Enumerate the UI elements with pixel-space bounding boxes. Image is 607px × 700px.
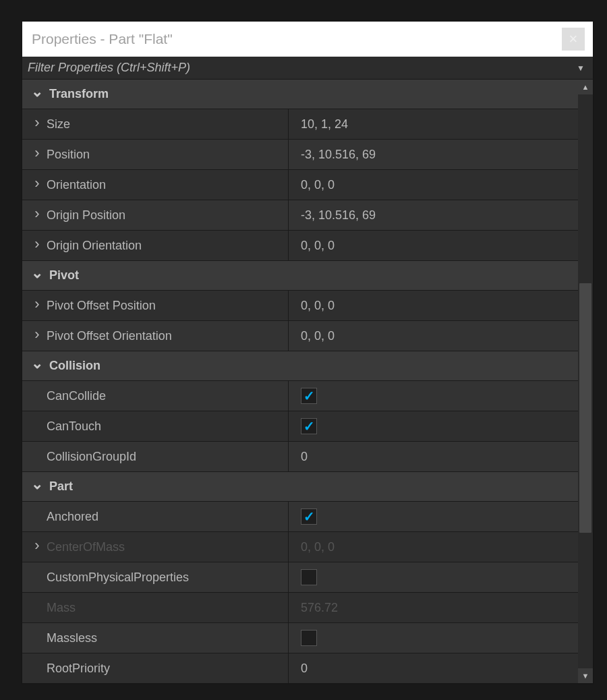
- property-value-cell[interactable]: -3, 10.516, 69: [289, 200, 578, 230]
- filter-bar: ▼: [22, 57, 593, 80]
- property-row-anchored[interactable]: Anchored: [22, 502, 578, 532]
- property-value-cell[interactable]: 0, 0, 0: [289, 170, 578, 200]
- section-collision[interactable]: ⌄Collision: [22, 351, 578, 381]
- scroll-thumb[interactable]: [579, 283, 591, 533]
- property-value: 0, 0, 0: [301, 178, 335, 192]
- section-part[interactable]: ⌄Part: [22, 472, 578, 502]
- chevron-down-icon[interactable]: ⌄: [28, 264, 47, 282]
- property-value-cell[interactable]: [289, 411, 578, 441]
- property-row-orientation[interactable]: ›Orientation0, 0, 0: [22, 170, 578, 200]
- chevron-right-icon[interactable]: ›: [28, 537, 47, 554]
- property-row-massless[interactable]: Massless: [22, 623, 578, 653]
- chevron-right-icon[interactable]: ›: [28, 114, 47, 132]
- properties-panel: Properties - Part "Flat" × ▼ ⌄Transform›…: [21, 20, 594, 684]
- panel-header: Properties - Part "Flat" ×: [22, 22, 593, 57]
- section-transform[interactable]: ⌄Transform: [22, 80, 578, 109]
- property-value-cell[interactable]: 0, 0, 0: [289, 321, 578, 351]
- chevron-down-icon[interactable]: ⌄: [28, 355, 47, 372]
- property-value: 0, 0, 0: [301, 329, 335, 343]
- section-pivot[interactable]: ⌄Pivot: [22, 261, 578, 291]
- property-row-origin_position[interactable]: ›Origin Position-3, 10.516, 69: [22, 200, 578, 231]
- property-label: Position: [47, 148, 90, 162]
- property-value-cell[interactable]: 0: [289, 653, 578, 683]
- property-row-pivot_offset_position[interactable]: ›Pivot Offset Position0, 0, 0: [22, 291, 578, 321]
- property-row-origin_orientation[interactable]: ›Origin Orientation0, 0, 0: [22, 231, 578, 261]
- property-row-pivot_offset_orientation[interactable]: ›Pivot Offset Orientation0, 0, 0: [22, 321, 578, 351]
- chevron-right-icon[interactable]: ›: [28, 235, 47, 253]
- scroll-up-button[interactable]: ▲: [578, 80, 593, 94]
- property-label: Origin Position: [47, 208, 125, 223]
- checkbox-cantouch[interactable]: [301, 418, 317, 434]
- property-row-cantouch[interactable]: CanTouch: [22, 411, 578, 442]
- chevron-right-icon[interactable]: ›: [28, 295, 47, 313]
- chevron-right-icon[interactable]: ›: [28, 175, 47, 192]
- property-value-cell[interactable]: 10, 1, 24: [289, 109, 578, 139]
- chevron-up-icon: ▲: [582, 83, 589, 91]
- close-icon: ×: [569, 30, 578, 48]
- property-label: Pivot Offset Orientation: [47, 329, 172, 343]
- property-value-cell[interactable]: [289, 562, 578, 592]
- property-row-rootpriority[interactable]: RootPriority0: [22, 653, 578, 683]
- checkbox-customphysical[interactable]: [301, 569, 317, 585]
- chevron-down-icon[interactable]: ⌄: [28, 83, 47, 100]
- vertical-scrollbar: ▲ ▼: [578, 80, 593, 683]
- filter-dropdown-button[interactable]: ▼: [573, 63, 589, 73]
- property-value-cell: 576.72: [289, 593, 578, 622]
- property-value: 576.72: [301, 601, 338, 615]
- property-label: RootPriority: [47, 662, 110, 676]
- chevron-down-icon: ▼: [577, 63, 585, 73]
- property-row-mass[interactable]: Mass576.72: [22, 593, 578, 623]
- property-label: CollisionGroupId: [47, 450, 136, 464]
- properties-grid: ⌄Transform›Size10, 1, 24›Position-3, 10.…: [22, 80, 593, 683]
- property-label: Massless: [47, 631, 97, 645]
- scroll-down-button[interactable]: ▼: [578, 668, 593, 683]
- property-value-cell: 0, 0, 0: [289, 532, 578, 562]
- property-value-cell[interactable]: [289, 502, 578, 531]
- property-row-collisiongroupid[interactable]: CollisionGroupId0: [22, 442, 578, 472]
- property-label: CanTouch: [47, 419, 101, 434]
- checkbox-anchored[interactable]: [301, 508, 317, 525]
- property-label: Size: [47, 117, 70, 132]
- section-label: Collision: [49, 359, 100, 373]
- property-row-size[interactable]: ›Size10, 1, 24: [22, 109, 578, 140]
- property-label: CenterOfMass: [47, 540, 125, 554]
- property-label: CanCollide: [47, 389, 106, 403]
- property-value: 10, 1, 24: [301, 117, 348, 132]
- section-label: Pivot: [49, 268, 79, 283]
- chevron-right-icon[interactable]: ›: [28, 326, 47, 343]
- property-label: Anchored: [47, 510, 98, 524]
- property-value: -3, 10.516, 69: [301, 208, 376, 223]
- property-value-cell[interactable]: 0: [289, 442, 578, 471]
- property-value: 0, 0, 0: [301, 540, 335, 554]
- property-value-cell[interactable]: 0, 0, 0: [289, 291, 578, 320]
- chevron-down-icon: ▼: [582, 672, 589, 680]
- property-row-customphysical[interactable]: CustomPhysicalProperties: [22, 562, 578, 593]
- close-button[interactable]: ×: [562, 28, 585, 51]
- property-row-position[interactable]: ›Position-3, 10.516, 69: [22, 140, 578, 170]
- chevron-down-icon[interactable]: ⌄: [28, 475, 47, 493]
- section-label: Part: [49, 479, 73, 494]
- property-label: Origin Orientation: [47, 239, 142, 253]
- checkbox-massless[interactable]: [301, 630, 317, 646]
- property-label: Pivot Offset Position: [47, 299, 156, 313]
- panel-title: Properties - Part "Flat": [32, 31, 562, 47]
- property-value: 0, 0, 0: [301, 239, 335, 253]
- property-label: Mass: [47, 601, 76, 615]
- property-value-cell[interactable]: 0, 0, 0: [289, 231, 578, 260]
- chevron-right-icon[interactable]: ›: [28, 144, 47, 162]
- property-value: 0: [301, 662, 308, 676]
- property-row-centerofmass[interactable]: ›CenterOfMass0, 0, 0: [22, 532, 578, 562]
- chevron-right-icon[interactable]: ›: [28, 205, 47, 223]
- property-value: 0: [301, 450, 308, 464]
- property-label: Orientation: [47, 178, 106, 192]
- property-label: CustomPhysicalProperties: [47, 571, 189, 585]
- property-value: -3, 10.516, 69: [301, 148, 376, 162]
- checkbox-cancollide[interactable]: [301, 388, 317, 404]
- property-value: 0, 0, 0: [301, 299, 335, 313]
- property-row-cancollide[interactable]: CanCollide: [22, 381, 578, 411]
- section-label: Transform: [49, 87, 109, 101]
- filter-input[interactable]: [26, 60, 573, 76]
- property-value-cell[interactable]: -3, 10.516, 69: [289, 140, 578, 169]
- property-value-cell[interactable]: [289, 623, 578, 653]
- property-value-cell[interactable]: [289, 381, 578, 411]
